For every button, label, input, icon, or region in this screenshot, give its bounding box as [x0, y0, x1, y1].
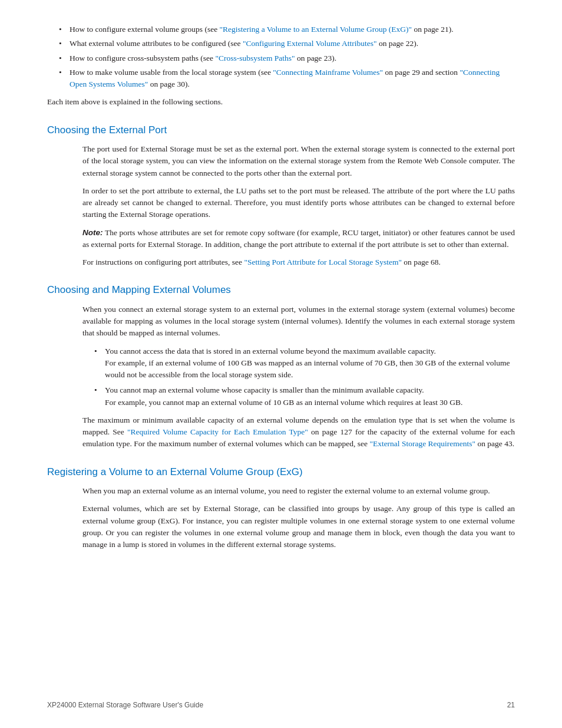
- section2-bullet-2: You cannot map an external volume whose …: [94, 384, 515, 409]
- link-required-volume-capacity[interactable]: "Required Volume Capacity for Each Emula…: [127, 427, 308, 436]
- section2-closing: The maximum or minimum available capacit…: [82, 414, 515, 450]
- note-label: Note:: [82, 228, 103, 237]
- intro-bullet-list: How to configure external volume groups …: [59, 24, 515, 90]
- link-cross-subsystem[interactable]: "Cross-subsystem Paths": [215, 54, 295, 62]
- intro-summary: Each item above is explained in the foll…: [47, 96, 515, 108]
- bullet-item-2: What external volume attributes to be co…: [59, 38, 515, 50]
- instructions-after: on page 68.: [402, 258, 441, 266]
- section2-heading: Choosing and Mapping External Volumes: [47, 282, 515, 298]
- page-number: 21: [507, 700, 515, 710]
- bullet-text-1: How to configure external volume groups …: [70, 25, 454, 34]
- section2-body: When you connect an external storage sys…: [82, 304, 515, 450]
- page-footer: XP24000 External Storage Software User's…: [0, 700, 562, 710]
- note-text: The ports whose attributes are set for r…: [82, 228, 515, 249]
- section2-bullet-1-main: You cannot access the data that is store…: [105, 347, 436, 355]
- instructions-before: For instructions on configuring port att…: [82, 258, 244, 266]
- bullet-item-4: How to make volume usable from the local…: [59, 67, 515, 91]
- section3-heading: Registering a Volume to an External Volu…: [47, 465, 515, 480]
- section3-para1: When you map an external volume as an in…: [82, 485, 515, 497]
- section2-bullet-1-detail: For example, if an external volume of 10…: [105, 358, 510, 379]
- section2-bullet-list: You cannot access the data that is store…: [94, 345, 515, 409]
- link-registering[interactable]: "Registering a Volume to an External Vol…: [220, 25, 412, 34]
- footer-title: XP24000 External Storage Software User's…: [47, 700, 203, 710]
- link-setting-port[interactable]: "Setting Port Attribute for Local Storag…: [244, 258, 402, 266]
- section3-para2: External volumes, which are set by Exter…: [82, 503, 515, 551]
- link-mainframe[interactable]: "Connecting Mainframe Volumes": [273, 68, 383, 77]
- section1-instructions: For instructions on configuring port att…: [82, 256, 515, 268]
- section1-heading: Choosing the External Port: [47, 123, 515, 138]
- section1-note: Note: The ports whose attributes are set…: [82, 227, 515, 251]
- link-external-storage-requirements[interactable]: "External Storage Requirements": [369, 439, 475, 448]
- bullet-text-3: How to configure cross-subsystem paths (…: [70, 54, 336, 62]
- section3-body: When you map an external volume as an in…: [82, 485, 515, 551]
- section1-body: The port used for External Storage must …: [82, 143, 515, 268]
- section2-closing-after: on page 43.: [475, 439, 514, 448]
- bullet-item-3: How to configure cross-subsystem paths (…: [59, 52, 515, 64]
- section1-para2: In order to set the port attribute to ex…: [82, 185, 515, 221]
- link-configuring[interactable]: "Configuring External Volume Attributes": [243, 39, 377, 48]
- bullet-text-4: How to make volume usable from the local…: [70, 68, 500, 88]
- bullet-text-2: What external volume attributes to be co…: [70, 39, 418, 48]
- section1-para1: The port used for External Storage must …: [82, 143, 515, 179]
- section2-bullet-2-main: You cannot map an external volume whose …: [105, 386, 424, 394]
- section2-intro: When you connect an external storage sys…: [82, 304, 515, 340]
- bullet-item-1: How to configure external volume groups …: [59, 24, 515, 35]
- section2-bullet-1: You cannot access the data that is store…: [94, 345, 515, 381]
- section2-bullet-2-detail: For example, you cannot map an external …: [105, 398, 462, 407]
